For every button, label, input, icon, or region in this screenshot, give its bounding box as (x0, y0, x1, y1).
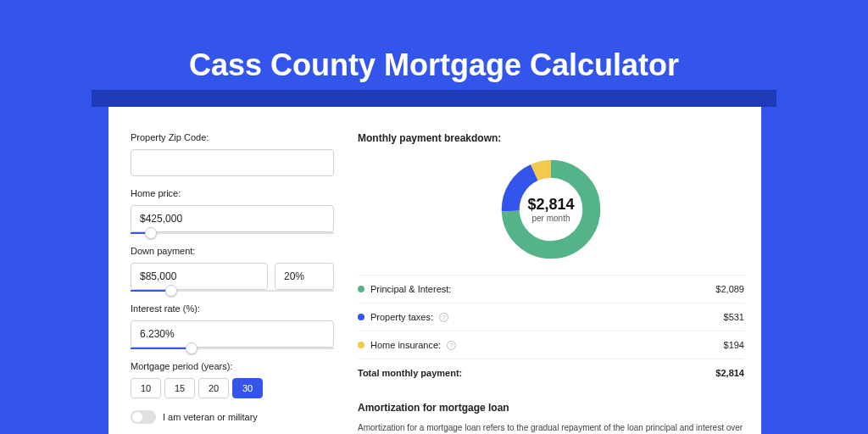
legend-row-principal: Principal & Interest: $2,089 (358, 275, 744, 303)
legend-label: Property taxes: (370, 312, 433, 322)
donut-chart: $2,814 per month (498, 156, 604, 263)
period-btn-10[interactable]: 10 (131, 378, 161, 398)
down-payment-field: Down payment: (131, 246, 334, 292)
home-price-input[interactable] (131, 205, 334, 232)
dot-icon (358, 314, 364, 320)
donut-chart-wrap: $2,814 per month (358, 149, 744, 275)
breakdown-column: Monthly payment breakdown: $2,814 per mo… (349, 107, 761, 434)
zip-input[interactable] (131, 149, 334, 176)
info-icon[interactable]: ? (439, 313, 448, 322)
period-btn-30[interactable]: 30 (232, 378, 263, 398)
page-title: Cass County Mortgage Calculator (0, 0, 868, 90)
down-payment-input[interactable] (131, 263, 268, 290)
legend-row-total: Total monthly payment: $2,814 (358, 359, 744, 387)
home-price-label: Home price: (131, 188, 334, 198)
legend-row-taxes: Property taxes: ? $531 (358, 303, 744, 331)
zip-label: Property Zip Code: (131, 132, 334, 142)
donut-sub: per month (531, 214, 570, 223)
info-icon[interactable]: ? (447, 341, 456, 350)
legend-label: Principal & Interest: (370, 284, 451, 294)
period-row: 10 15 20 30 (131, 378, 334, 398)
amortization-heading: Amortization for mortgage loan (358, 402, 744, 414)
calculator-panel: Property Zip Code: Home price: Down paym… (108, 107, 761, 434)
veteran-toggle[interactable] (131, 410, 156, 424)
down-payment-slider[interactable] (131, 290, 334, 292)
period-btn-15[interactable]: 15 (164, 378, 195, 398)
home-price-slider[interactable] (131, 232, 334, 234)
legend-amount: $2,089 (715, 284, 744, 294)
legend-row-insurance: Home insurance: ? $194 (358, 331, 744, 359)
donut-center: $2,814 per month (498, 156, 604, 263)
home-price-field: Home price: (131, 188, 334, 234)
zip-field: Property Zip Code: (131, 132, 334, 176)
interest-input[interactable] (131, 320, 334, 348)
window-chrome-bar (92, 90, 776, 107)
interest-slider[interactable] (131, 348, 334, 349)
slider-thumb[interactable] (145, 227, 157, 239)
veteran-row: I am veteran or military (131, 410, 334, 424)
form-column: Property Zip Code: Home price: Down paym… (108, 107, 349, 434)
breakdown-heading: Monthly payment breakdown: (358, 132, 744, 144)
dot-icon (358, 342, 364, 348)
interest-label: Interest rate (%): (131, 303, 334, 314)
legend-label: Home insurance: (370, 340, 441, 350)
amortization-section: Amortization for mortgage loan Amortizat… (358, 402, 744, 434)
donut-amount: $2,814 (527, 196, 574, 214)
dot-icon (358, 286, 364, 292)
amortization-body: Amortization for a mortgage loan refers … (358, 422, 744, 434)
slider-thumb[interactable] (186, 342, 198, 354)
legend: Principal & Interest: $2,089 Property ta… (358, 275, 744, 387)
veteran-label: I am veteran or military (163, 412, 258, 422)
slider-thumb[interactable] (165, 285, 177, 297)
down-payment-label: Down payment: (131, 246, 334, 256)
period-btn-20[interactable]: 20 (198, 378, 229, 398)
legend-amount: $194 (724, 340, 744, 350)
total-amount: $2,814 (715, 368, 744, 378)
total-label: Total monthly payment: (358, 368, 462, 378)
period-label: Mortgage period (years): (131, 361, 334, 371)
legend-amount: $531 (724, 312, 744, 322)
interest-field: Interest rate (%): (131, 303, 334, 349)
down-payment-pct-input[interactable] (275, 263, 334, 290)
period-field: Mortgage period (years): 10 15 20 30 (131, 361, 334, 398)
